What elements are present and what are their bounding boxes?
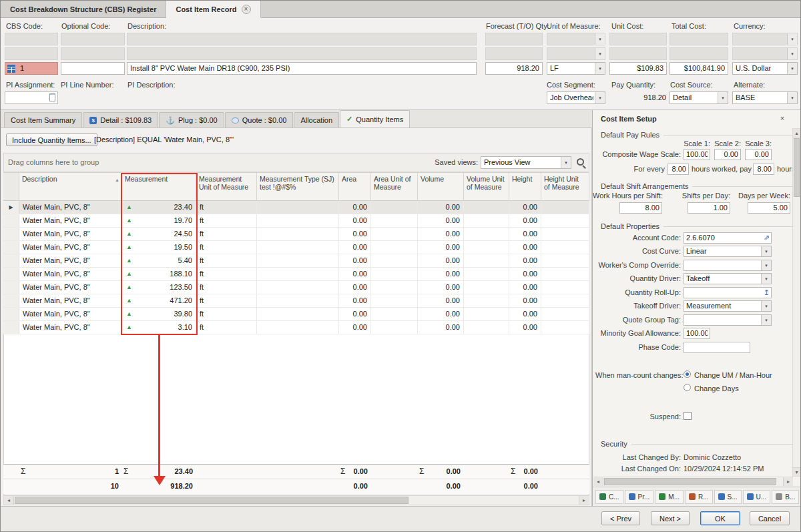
- setup-subtab-c[interactable]: C...: [595, 490, 623, 504]
- cost-segment-dropdown[interactable]: Job Overhead▾: [547, 91, 605, 104]
- cell-area[interactable]: 0.00: [339, 321, 371, 334]
- hours-worked-input[interactable]: 8.00: [668, 164, 689, 175]
- tab-plug[interactable]: ⚓Plug : $0.00: [159, 112, 224, 127]
- scale1-input[interactable]: 100.00: [684, 149, 710, 160]
- cell-area[interactable]: 0.00: [339, 201, 371, 214]
- column-header-measurement[interactable]: Measurement: [122, 173, 196, 200]
- cell-area[interactable]: 0.00: [339, 268, 371, 280]
- document-icon[interactable]: [49, 93, 55, 101]
- cell-measurement-uom[interactable]: ft: [196, 308, 257, 320]
- cell-measurement[interactable]: ▲23.40: [122, 201, 196, 214]
- dropdown-arrow-icon[interactable]: ▾: [595, 33, 605, 45]
- uom-dropdown-blank-2[interactable]: ▾: [547, 47, 605, 60]
- setup-horizontal-scrollbar[interactable]: ◂ ▸: [593, 477, 793, 486]
- cell-measurement-uom[interactable]: ft: [196, 228, 257, 240]
- column-header-measurement-uom[interactable]: Measurement Unit of Measure: [196, 173, 257, 200]
- close-tab-icon[interactable]: ×: [242, 5, 251, 14]
- column-header-volume[interactable]: Volume: [418, 173, 464, 200]
- saved-views-dropdown[interactable]: Previous View▾: [481, 156, 571, 169]
- cbs-code-field-blank-1[interactable]: [5, 33, 58, 45]
- quantity-driver-dropdown[interactable]: Takeoff▾: [684, 273, 772, 284]
- dropdown-arrow-icon[interactable]: ▾: [761, 274, 771, 284]
- scroll-up-icon[interactable]: ▴: [793, 129, 800, 138]
- cbs-code-field[interactable]: 1: [5, 62, 58, 75]
- cell-height-uom[interactable]: [541, 268, 589, 280]
- pay-hours-input[interactable]: 8.00: [753, 164, 774, 175]
- column-header-volume-uom[interactable]: Volume Unit of Measure: [464, 173, 509, 200]
- cell-height[interactable]: 0.00: [509, 321, 541, 334]
- minority-goal-field[interactable]: 100.00: [684, 328, 710, 339]
- cell-measurement-type[interactable]: [257, 254, 339, 267]
- table-row[interactable]: Water Main, PVC, 8" ▲471.20 ft 0.00 0.00…: [3, 294, 589, 308]
- cell-height[interactable]: 0.00: [509, 294, 541, 307]
- cell-area[interactable]: 0.00: [339, 281, 371, 294]
- scale2-input[interactable]: 0.00: [714, 149, 741, 160]
- alternate-dropdown[interactable]: BASE▾: [732, 91, 798, 104]
- expand-icon[interactable]: ⇗: [764, 233, 770, 243]
- grid-horizontal-scrollbar[interactable]: ◂ ▸: [3, 495, 589, 505]
- scroll-down-icon[interactable]: ▾: [793, 467, 800, 476]
- row-indicator-cell[interactable]: [3, 308, 19, 320]
- uom-dropdown-blank-1[interactable]: ▾: [547, 33, 605, 45]
- forecast-field-blank-1[interactable]: [485, 33, 543, 45]
- cell-height[interactable]: 0.00: [509, 281, 541, 294]
- cell-area-uom[interactable]: [371, 241, 418, 254]
- quantity-rollup-field[interactable]: ↥: [684, 287, 772, 298]
- days-per-week-input[interactable]: 5.00: [748, 202, 790, 214]
- window-tab-cbs-register[interactable]: Cost Breakdown Structure (CBS) Register: [1, 1, 166, 17]
- cell-volume[interactable]: 0.00: [418, 214, 464, 227]
- setup-subtab-m[interactable]: M...: [655, 490, 684, 504]
- optional-code-field-blank-1[interactable]: [61, 33, 125, 45]
- cell-height-uom[interactable]: [541, 254, 589, 267]
- search-icon[interactable]: [575, 157, 587, 169]
- cell-measurement-uom[interactable]: ft: [196, 254, 257, 267]
- scale3-input[interactable]: 0.00: [745, 149, 772, 160]
- dropdown-arrow-icon[interactable]: ▾: [787, 33, 797, 45]
- cell-measurement-type[interactable]: [257, 201, 339, 214]
- cell-measurement[interactable]: ▲19.50: [122, 241, 196, 254]
- column-header-height[interactable]: Height: [509, 173, 541, 200]
- dropdown-arrow-icon[interactable]: ▾: [787, 63, 797, 74]
- cell-volume-uom[interactable]: [464, 241, 509, 254]
- cell-area[interactable]: 0.00: [339, 214, 371, 227]
- row-indicator-cell[interactable]: ▶: [3, 201, 19, 214]
- setup-subtab-s[interactable]: S...: [714, 490, 742, 504]
- currency-dropdown[interactable]: U.S. Dollar▾: [732, 62, 798, 75]
- cell-volume-uom[interactable]: [464, 228, 509, 240]
- cell-area[interactable]: 0.00: [339, 294, 371, 307]
- tab-quote[interactable]: Quote : $0.00: [225, 112, 294, 127]
- dropdown-arrow-icon[interactable]: ▾: [761, 301, 771, 311]
- cell-volume-uom[interactable]: [464, 201, 509, 214]
- cell-height-uom[interactable]: [541, 241, 589, 254]
- description-field[interactable]: Install 8" PVC Water Main DR18 (C900, 23…: [127, 62, 477, 75]
- cell-description[interactable]: Water Main, PVC, 8": [19, 321, 122, 334]
- cell-measurement-type[interactable]: [257, 308, 339, 320]
- cell-description[interactable]: Water Main, PVC, 8": [19, 268, 122, 280]
- currency-dropdown-blank-2[interactable]: ▾: [732, 47, 798, 60]
- row-indicator-cell[interactable]: [3, 228, 19, 240]
- takeoff-driver-dropdown[interactable]: Measurement▾: [684, 300, 772, 312]
- cell-height-uom[interactable]: [541, 214, 589, 227]
- scroll-right-icon[interactable]: ▸: [783, 477, 793, 486]
- quote-group-dropdown[interactable]: ▾: [684, 314, 772, 326]
- cell-area-uom[interactable]: [371, 281, 418, 294]
- row-indicator-cell[interactable]: [3, 268, 19, 280]
- workers-comp-dropdown[interactable]: ▾: [684, 260, 772, 271]
- cell-measurement-uom[interactable]: ft: [196, 294, 257, 307]
- dropdown-arrow-icon[interactable]: ▾: [787, 48, 797, 59]
- scrollbar-thumb[interactable]: [604, 478, 776, 485]
- column-header-height-uom[interactable]: Height Unit of Measure: [541, 173, 589, 200]
- rollup-icon[interactable]: ↥: [764, 288, 770, 298]
- cell-area-uom[interactable]: [371, 214, 418, 227]
- cell-volume[interactable]: 0.00: [418, 294, 464, 307]
- setup-subtab-pr[interactable]: Pr...: [625, 490, 654, 504]
- cost-curve-dropdown[interactable]: Linear▾: [684, 246, 772, 257]
- table-row[interactable]: Water Main, PVC, 8" ▲188.10 ft 0.00 0.00…: [3, 268, 589, 281]
- cell-description[interactable]: Water Main, PVC, 8": [19, 228, 122, 240]
- cell-measurement[interactable]: ▲24.50: [122, 228, 196, 240]
- cell-volume[interactable]: 0.00: [418, 228, 464, 240]
- total-cost-field-blank-1[interactable]: [670, 33, 728, 45]
- table-row[interactable]: Water Main, PVC, 8" ▲24.50 ft 0.00 0.00 …: [3, 228, 589, 241]
- cell-height-uom[interactable]: [541, 201, 589, 214]
- row-indicator-cell[interactable]: [3, 321, 19, 334]
